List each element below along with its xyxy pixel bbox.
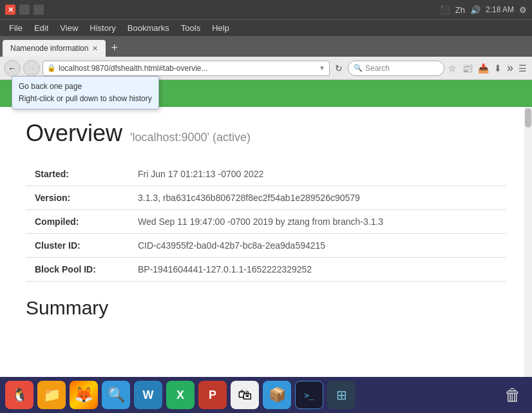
taskbar: 🐧 📁 🦊 🔍 W X P 🛍 📦 >_ ⊞ 🗑	[0, 377, 532, 413]
terminal-icon: >_	[304, 390, 314, 400]
row-label-cluster-id: Cluster ID:	[26, 234, 129, 258]
scrollbar-track[interactable]	[524, 107, 532, 377]
taskbar-excel-icon[interactable]: X	[166, 381, 195, 409]
search2-icon: 🔍	[108, 387, 125, 403]
table-row: Cluster ID: CID-c43955f2-ba0d-42b7-bc8a-…	[26, 234, 506, 258]
row-label-block-pool-id: Block Pool ID:	[26, 258, 129, 282]
settings-icon: ⚙	[519, 5, 527, 15]
system-tray: ⬛ Zh 🔊 2:18 AM ⚙	[440, 5, 527, 15]
reading-mode-icon[interactable]: 📰	[461, 62, 474, 75]
row-value-block-pool-id: BP-1941604441-127.0.1.1-1652222329252	[129, 258, 506, 282]
url-bar[interactable]: 🔒 localhost:9870/dfshealth.html#tab-over…	[43, 61, 330, 76]
taskbar-ubuntu-icon[interactable]: 🐧	[5, 381, 33, 409]
menubar: File Edit View History Bookmarks Tools H…	[0, 19, 532, 36]
search-icon: 🔍	[354, 64, 363, 72]
maximize-button[interactable]	[33, 5, 44, 15]
hamburger-menu-button[interactable]: ☰	[517, 62, 528, 75]
tabbar: Namenode information ✕ +	[0, 36, 532, 57]
row-value-started: Fri Jun 17 01:21:13 -0700 2022	[129, 162, 506, 186]
reload-button[interactable]: ↻	[332, 63, 345, 73]
row-label-started: Started:	[26, 162, 129, 186]
menu-file[interactable]: File	[4, 22, 28, 34]
row-label-compiled: Compiled:	[26, 210, 129, 234]
table-row: Started: Fri Jun 17 01:21:13 -0700 2022	[26, 162, 506, 186]
firefox-icon: 🦊	[74, 386, 93, 404]
mail-icon: 📦	[269, 387, 286, 403]
menu-view[interactable]: View	[55, 22, 83, 34]
close-button[interactable]: ✕	[5, 5, 15, 15]
taskbar-desktop-icon[interactable]: ⊞	[327, 381, 356, 409]
search-bar[interactable]: 🔍 Search	[348, 61, 444, 76]
url-dropdown-icon[interactable]: ▼	[319, 64, 325, 72]
taskbar-trash-icon[interactable]: 🗑	[499, 381, 527, 409]
taskbar-files-icon[interactable]: 📁	[37, 381, 66, 409]
new-tab-button[interactable]: +	[106, 41, 123, 55]
volume-icon: 🔊	[470, 5, 480, 15]
row-value-cluster-id: CID-c43955f2-ba0d-42b7-bc8a-2ea9da594215	[129, 234, 506, 258]
files-icon: 📁	[43, 387, 61, 403]
excel-icon: X	[176, 389, 184, 402]
table-row: Block Pool ID: BP-1941604441-127.0.1.1-1…	[26, 258, 506, 282]
taskbar-search-icon[interactable]: 🔍	[102, 381, 130, 409]
page-content: Overview 'localhost:9000' (active) Start…	[0, 107, 532, 377]
pocket-icon[interactable]: 📥	[477, 62, 490, 75]
search-placeholder: Search	[365, 64, 390, 73]
info-table: Started: Fri Jun 17 01:21:13 -0700 2022 …	[26, 162, 506, 282]
scrollbar-thumb[interactable]	[525, 108, 531, 128]
url-text: localhost:9870/dfshealth.html#tab-overvi…	[59, 64, 319, 73]
bag-icon: 🛍	[238, 387, 252, 403]
minimize-button[interactable]	[19, 5, 30, 15]
system-time: 2:18 AM	[486, 5, 514, 14]
toolbar-overflow-button[interactable]: »	[506, 61, 515, 75]
taskbar-firefox-icon[interactable]: 🦊	[70, 381, 98, 409]
table-row: Compiled: Wed Sep 11 19:47:00 -0700 2019…	[26, 210, 506, 234]
taskbar-mail-icon[interactable]: 📦	[263, 381, 291, 409]
tray-icon-2: Zh	[455, 5, 465, 15]
overview-subtitle: 'localhost:9000' (active)	[130, 131, 251, 144]
word-icon: W	[143, 389, 154, 402]
row-value-version: 3.1.3, rba631c436b806728f8ec2f54ab1e2895…	[129, 186, 506, 210]
taskbar-word-icon[interactable]: W	[134, 381, 162, 409]
menu-tools[interactable]: Tools	[176, 22, 205, 34]
download-icon[interactable]: ⬇	[493, 62, 503, 75]
summary-title: Summary	[26, 297, 506, 319]
back-tooltip: Go back one page Right-click or pull dow…	[12, 76, 159, 110]
taskbar-bag-icon[interactable]: 🛍	[231, 381, 259, 409]
toolbar-icons: ☆ 📰 📥 ⬇ » ☰	[447, 61, 528, 75]
browser-tab[interactable]: Namenode information ✕	[3, 40, 106, 57]
desktop-icon: ⊞	[336, 387, 347, 403]
page-title: Overview	[26, 120, 122, 147]
lock-icon: 🔒	[47, 64, 56, 72]
taskbar-terminal-icon[interactable]: >_	[295, 381, 323, 409]
ubuntu-logo: 🐧	[12, 387, 28, 403]
forward-button[interactable]: →	[23, 60, 40, 77]
tab-label: Namenode information	[10, 44, 88, 53]
tooltip-line2: Right-click or pull down to show history	[19, 93, 152, 105]
back-button[interactable]: ←	[4, 60, 21, 77]
ppt-icon: P	[209, 389, 216, 402]
menu-edit[interactable]: Edit	[29, 22, 53, 34]
page-content-wrapper: Overview 'localhost:9000' (active) Start…	[0, 107, 532, 377]
tooltip-line1: Go back one page	[19, 81, 152, 93]
overview-header: Overview 'localhost:9000' (active)	[26, 120, 506, 147]
row-value-compiled: Wed Sep 11 19:47:00 -0700 2019 by ztang …	[129, 210, 506, 234]
menu-bookmarks[interactable]: Bookmarks	[122, 22, 175, 34]
taskbar-ppt-icon[interactable]: P	[198, 381, 227, 409]
titlebar: ✕ ⬛ Zh 🔊 2:18 AM ⚙	[0, 0, 532, 19]
menu-help[interactable]: Help	[207, 22, 234, 34]
table-row: Version: 3.1.3, rba631c436b806728f8ec2f5…	[26, 186, 506, 210]
tray-icon-1: ⬛	[440, 5, 450, 15]
menu-history[interactable]: History	[84, 22, 120, 34]
row-label-version: Version:	[26, 186, 129, 210]
bookmark-star-icon[interactable]: ☆	[447, 62, 458, 75]
tab-close-button[interactable]: ✕	[92, 44, 98, 53]
trash-icon: 🗑	[504, 385, 521, 405]
